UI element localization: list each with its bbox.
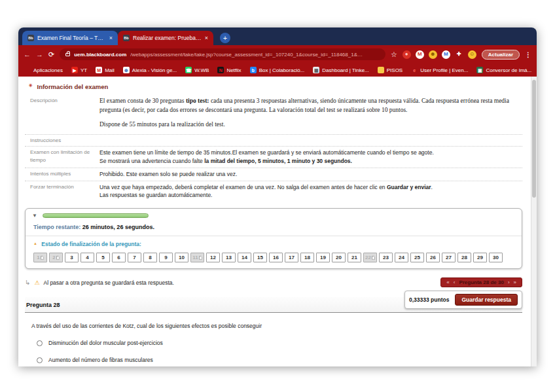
collapse-status-icon[interactable]: ▲: [33, 241, 37, 245]
extension-icon[interactable]: ☻: [429, 50, 437, 59]
question-number-box[interactable]: 10: [175, 253, 188, 262]
question-number-box[interactable]: 13: [222, 253, 236, 262]
extension-icon[interactable]: ✚: [455, 50, 463, 59]
question-number-box[interactable]: 25: [410, 253, 424, 262]
collapse-section-icon[interactable]: ✳: [29, 83, 33, 88]
collapse-timer-icon[interactable]: ▼: [32, 213, 37, 219]
question-text: A través del uso de las corrientes de Ko…: [31, 323, 522, 329]
question-number-box[interactable]: 22: [363, 253, 377, 262]
question-number-box[interactable]: 6: [112, 253, 126, 262]
chrome-update-button[interactable]: Actualizar: [482, 50, 520, 60]
force-completion-value: Una vez que haya empezado, deberá comple…: [99, 183, 522, 200]
saved-page-icon: [56, 256, 60, 260]
question-number-box[interactable]: 17: [285, 253, 298, 262]
url-domain: uem.blackboard.com: [74, 52, 126, 58]
time-progress-bar: [43, 213, 149, 218]
instructions-row: Instrucciones: [25, 134, 522, 146]
scrollbar-thumb[interactable]: [532, 80, 536, 198]
bookmark-item[interactable]: b Box | Colaboració...: [250, 67, 305, 73]
save-answer-button[interactable]: Guardar respuesta: [455, 294, 518, 306]
question-number-box[interactable]: 4: [81, 253, 94, 262]
bookmark-favicon-icon: [25, 67, 31, 73]
force-completion-row: Forzar terminación Una vez que haya empe…: [25, 181, 522, 202]
points-value: 0,33333 puntos: [409, 296, 449, 303]
question-number-box[interactable]: 24: [395, 253, 408, 262]
question-number-box[interactable]: 5: [96, 253, 110, 262]
bookmark-label: User Profile | Even...: [420, 67, 468, 73]
answer-option[interactable]: Disminución del dolor muscular post-ejer…: [37, 340, 522, 346]
browser-menu-icon[interactable]: ⋮: [525, 51, 531, 58]
question-number-box[interactable]: 11: [190, 253, 204, 262]
reload-icon[interactable]: ⟳: [48, 51, 54, 58]
bookmark-item[interactable]: PISOS: [378, 67, 403, 73]
page-scrollbar[interactable]: [531, 77, 537, 366]
question-number-box[interactable]: 1: [33, 253, 47, 262]
browser-tab[interactable]: Bb Realizar examen: Prueba de ev ×: [118, 31, 213, 45]
question-number-box[interactable]: 16: [269, 253, 283, 262]
question-number-box[interactable]: 19: [316, 253, 330, 262]
tab-title: Realizar examen: Prueba de ev: [133, 35, 202, 41]
question-number-box[interactable]: 2: [49, 253, 63, 262]
autosave-warning-text: Al pasar a otra pregunta se guardará est…: [43, 279, 173, 286]
question-number-box[interactable]: 18: [300, 253, 314, 262]
answer-option[interactable]: Aumento del número de fibras musculares: [37, 357, 522, 363]
question-number-box[interactable]: 30: [489, 253, 503, 262]
time-limit-label: Examen con limitación de tiempo: [30, 149, 93, 166]
bookmark-item[interactable]: N Netflix: [217, 67, 241, 73]
bookmark-item[interactable]: ⊕ Alexia - Visión ge...: [123, 67, 177, 73]
prev-question-icon[interactable]: ‹: [454, 279, 456, 285]
bookmark-item[interactable]: e User Profile | Even...: [411, 67, 468, 73]
bookmark-favicon-icon: ▶: [71, 67, 78, 73]
extension-icon[interactable]: M: [416, 50, 424, 59]
blackboard-favicon-icon: Bb: [27, 35, 34, 41]
forward-icon[interactable]: →: [36, 51, 43, 58]
bookmark-star-icon[interactable]: ☆: [391, 50, 397, 59]
question-number-box[interactable]: 12: [206, 253, 220, 262]
extension-icon[interactable]: ☺: [468, 50, 476, 59]
bookmark-item[interactable]: ▶ YT: [71, 67, 87, 73]
question-number-box[interactable]: 3: [65, 253, 79, 262]
bookmark-item[interactable]: Aplicaciones: [25, 67, 63, 73]
question-number-box[interactable]: 26: [426, 253, 440, 262]
next-question-icon[interactable]: ›: [508, 279, 510, 285]
tab-close-icon[interactable]: ×: [109, 35, 113, 41]
question-number-box[interactable]: 28: [457, 253, 471, 262]
question-number-box[interactable]: 7: [128, 253, 141, 262]
bookmark-item[interactable]: ▣ Conversor de imá...: [476, 67, 531, 73]
answer-option-label[interactable]: Aumento del número de fibras musculares: [48, 357, 153, 363]
saved-page-icon: [372, 256, 375, 260]
question-number-box[interactable]: 20: [332, 253, 346, 262]
description-label: Descripción: [30, 97, 93, 129]
timer-status-panel: ▼ Tiempo restante: 26 minutos, 26 segund…: [25, 208, 522, 269]
browser-tab[interactable]: Bb Examen Final Teoría – TERAPIA ×: [22, 31, 118, 45]
radio-button[interactable]: [37, 340, 43, 346]
lock-icon: [65, 53, 70, 56]
answer-option-label[interactable]: Disminución del dolor muscular post-ejer…: [48, 340, 163, 346]
saved-page-icon: [41, 256, 44, 260]
question-number-box[interactable]: 14: [238, 253, 251, 262]
extension-icon[interactable]: ●: [403, 50, 411, 59]
question-number-box[interactable]: 27: [442, 253, 456, 262]
question-number-box[interactable]: 21: [348, 253, 361, 262]
new-tab-button[interactable]: +: [220, 33, 230, 43]
bookmark-item[interactable]: ☎ W.WB: [185, 67, 209, 73]
radio-button[interactable]: [37, 357, 43, 363]
question-number-box[interactable]: 23: [379, 253, 393, 262]
bookmark-item[interactable]: ▦ Dashboard | Tinke...: [313, 67, 368, 73]
first-question-icon[interactable]: «: [446, 279, 449, 285]
bookmark-label: Alexia - Visión ge...: [132, 67, 177, 73]
question-status-heading: ▲ Estado de finalización de la pregunta:: [33, 241, 515, 247]
tab-close-icon[interactable]: ×: [205, 35, 208, 41]
bookmark-favicon-icon: b: [250, 67, 257, 73]
extension-icon[interactable]: M: [442, 50, 450, 59]
question-number-box[interactable]: 15: [253, 253, 267, 262]
bookmark-item[interactable]: M Mail: [96, 67, 115, 73]
question-number-box[interactable]: 29: [473, 253, 487, 262]
branch-arrow-icon: ↳: [25, 279, 30, 286]
address-bar[interactable]: uem.blackboard.com /webapps/assessment/t…: [60, 48, 385, 60]
last-question-icon[interactable]: »: [514, 279, 516, 285]
bookmark-favicon-icon: M: [96, 67, 102, 73]
question-number-box[interactable]: 9: [159, 253, 173, 262]
question-number-box[interactable]: 8: [143, 253, 157, 262]
back-icon[interactable]: ←: [24, 51, 31, 58]
